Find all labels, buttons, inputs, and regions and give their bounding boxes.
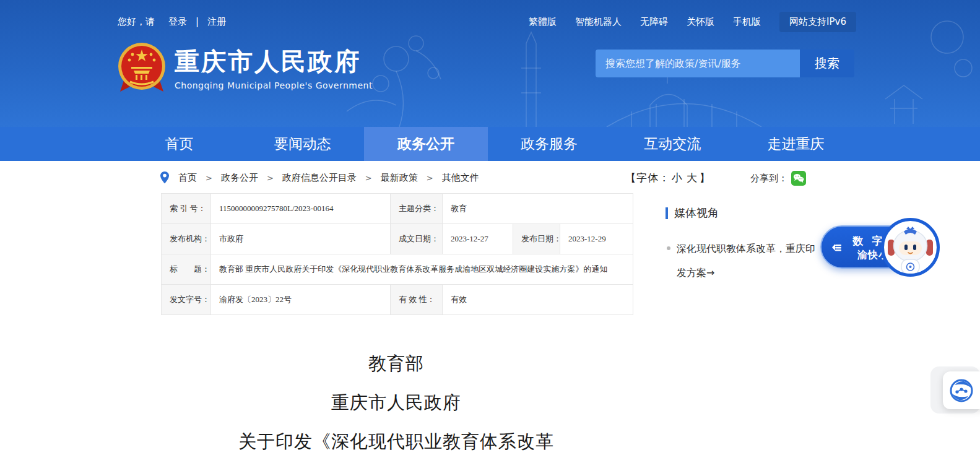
media-perspective-panel: 媒体视角 深化现代职教体系改革，重庆印发方案→ (666, 206, 830, 285)
doc-number-value: 渝府发〔2023〕22号 (211, 285, 391, 315)
nav-item-gov-affairs[interactable]: 政务公开 (364, 127, 487, 161)
document-title-line-3: 关于印发《深化现代职业教育体系改革 (149, 422, 644, 461)
site-search: 搜索 (596, 50, 854, 77)
written-date-value: 2023-12-27 (443, 224, 513, 254)
assistant-menu-icon (830, 241, 843, 254)
breadcrumb-latest-policies[interactable]: 最新政策 (381, 172, 418, 184)
document-title-line-2: 重庆市人民政府 (149, 383, 644, 422)
nav-item-interaction[interactable]: 互动交流 (611, 127, 734, 161)
login-link[interactable]: 登录 (168, 16, 187, 28)
utility-links: 繁體版 智能机器人 无障碍 关怀版 手机版 网站支持IPv6 (529, 12, 856, 32)
search-input[interactable] (596, 50, 800, 77)
traditional-chinese-link[interactable]: 繁體版 (529, 16, 557, 28)
document-title: 教育部 重庆市人民政府 关于印发《深化现代职业教育体系改革 (149, 344, 644, 461)
national-emblem-icon (118, 42, 166, 95)
doc-meta-table: 索 引 号： 11500000009275780L/2023-00164 主题分… (161, 193, 633, 315)
publish-date-value: 2023-12-29 (560, 224, 633, 254)
smart-robot-link[interactable]: 智能机器人 (575, 16, 622, 28)
breadcrumb-info-catalog[interactable]: 政府信息公开目录 (282, 172, 357, 184)
index-number-label: 索 引 号： (162, 194, 211, 224)
section-accent-bar (666, 207, 668, 219)
site-header: 您好，请 登录 | 注册 繁體版 智能机器人 无障碍 关怀版 手机版 网站支持I… (0, 0, 980, 127)
issuing-agency-label: 发布机构： (162, 224, 211, 254)
breadcrumb-separator: > (267, 173, 274, 183)
mobile-version-link[interactable]: 手机版 (733, 16, 761, 28)
doc-title-value: 教育部 重庆市人民政府关于印发《深化现代职业教育体系改革服务成渝地区双城经济圈建… (211, 254, 633, 285)
media-perspective-header: 媒体视角 (666, 206, 830, 220)
publish-date-label: 发布日期： (513, 224, 560, 254)
assistant-robot-avatar[interactable] (881, 218, 940, 277)
site-subtitle: Chongqing Municipal People's Government (175, 80, 373, 90)
account-links: 您好，请 登录 | 注册 (118, 16, 226, 28)
font-small-button[interactable]: 小 (672, 171, 683, 185)
index-number-value: 11500000009275780L/2023-00164 (211, 194, 391, 224)
breadcrumb: 首页 > 政务公开 > 政府信息公开目录 > 最新政策 > 其他文件 (160, 171, 479, 184)
meta-row: 标 题： 教育部 重庆市人民政府关于印发《深化现代职业教育体系改革服务成渝地区双… (162, 254, 633, 285)
greeting-text: 您好，请 (118, 16, 155, 28)
breadcrumb-other-documents[interactable]: 其他文件 (442, 172, 479, 184)
site-logo[interactable]: 重庆市人民政府 Chongqing Municipal People's Gov… (118, 42, 373, 95)
float-widget-icon (950, 379, 973, 402)
care-version-link[interactable]: 关怀版 (687, 16, 714, 28)
location-pin-icon (160, 171, 170, 184)
logo-text: 重庆市人民政府 Chongqing Municipal People's Gov… (175, 47, 373, 90)
font-size-suffix: 】 (700, 171, 711, 185)
validity-value: 有效 (443, 285, 633, 315)
accessibility-link[interactable]: 无障碍 (640, 16, 668, 28)
ipv6-support-badge[interactable]: 网站支持IPv6 (779, 12, 856, 32)
main-nav: 首页 要闻动态 政务公开 政务服务 互动交流 走进重庆 (0, 127, 980, 161)
breadcrumb-separator: > (427, 173, 433, 183)
share-label: 分享到： (750, 173, 787, 184)
font-size-prefix: 【字体： (625, 171, 670, 185)
document-title-line-1: 教育部 (149, 344, 644, 383)
meta-row: 发文字号： 渝府发〔2023〕22号 有 效 性： 有效 (162, 285, 633, 315)
register-link[interactable]: 注册 (207, 16, 226, 28)
nav-item-about-chongqing[interactable]: 走进重庆 (734, 127, 857, 161)
meta-row: 索 引 号： 11500000009275780L/2023-00164 主题分… (162, 194, 633, 224)
breadcrumb-row: 首页 > 政务公开 > 政府信息公开目录 > 最新政策 > 其他文件 【字体： … (149, 168, 836, 191)
site-title: 重庆市人民政府 (175, 47, 373, 76)
topic-category-label: 主题分类： (391, 194, 443, 224)
media-perspective-title: 媒体视角 (674, 206, 719, 220)
font-large-button[interactable]: 大 (687, 171, 698, 185)
login-register-divider: | (196, 16, 199, 27)
media-item-text: 深化现代职教体系改革，重庆印发方案→ (677, 236, 824, 285)
doc-title-label: 标 题： (162, 254, 211, 285)
written-date-label: 成文日期： (391, 224, 443, 254)
main-nav-items: 首页 要闻动态 政务公开 政务服务 互动交流 走进重庆 (118, 127, 857, 161)
issuing-agency-value: 市政府 (211, 224, 391, 254)
topic-category-value: 教育 (443, 194, 633, 224)
wechat-share-icon[interactable] (791, 171, 806, 186)
search-button[interactable]: 搜索 (800, 50, 854, 77)
top-utility-bar: 您好，请 登录 | 注册 繁體版 智能机器人 无障碍 关怀版 手机版 网站支持I… (118, 14, 856, 30)
float-side-widget[interactable] (943, 371, 980, 409)
validity-label: 有 效 性： (391, 285, 443, 315)
nav-item-home[interactable]: 首页 (118, 127, 241, 161)
breadcrumb-separator: > (206, 173, 212, 183)
breadcrumb-gov-affairs[interactable]: 政务公开 (221, 172, 258, 184)
nav-item-news[interactable]: 要闻动态 (241, 127, 364, 161)
bullet-icon (667, 246, 670, 250)
robot-avatar-icon (884, 221, 937, 274)
breadcrumb-separator: > (365, 173, 372, 183)
doc-number-label: 发文字号： (162, 285, 211, 315)
share-widget: 分享到： (750, 171, 806, 186)
breadcrumb-home[interactable]: 首页 (178, 172, 197, 184)
page: 您好，请 登录 | 注册 繁體版 智能机器人 无障碍 关怀版 手机版 网站支持I… (0, 0, 980, 468)
font-size-widget: 【字体： 小 大 】 (625, 171, 711, 185)
media-perspective-item[interactable]: 深化现代职教体系改革，重庆印发方案→ (666, 236, 830, 285)
digital-assistant-widget: 数 字 人 渝快小宝 (820, 218, 947, 277)
meta-row: 发布机构： 市政府 成文日期： 2023-12-27 发布日期： 2023-12… (162, 224, 633, 254)
nav-item-services[interactable]: 政务服务 (488, 127, 611, 161)
